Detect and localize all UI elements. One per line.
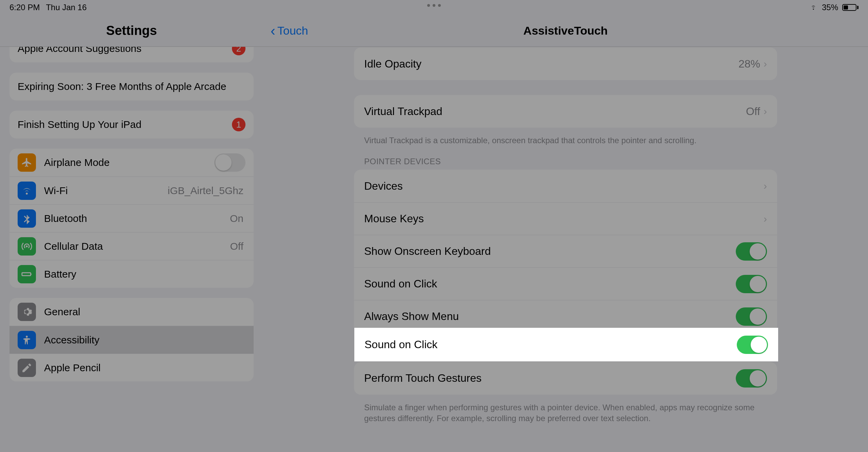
chevron-right-icon: › [764, 180, 767, 192]
bluetooth-icon [18, 209, 36, 228]
settings-sidebar[interactable]: Apple Account Suggestions 2 Expiring Soo… [0, 47, 263, 452]
back-button[interactable]: ‹ Touch [263, 24, 308, 38]
status-date: Thu Jan 16 [46, 3, 86, 12]
row-idle-opacity[interactable]: Idle Opacity 28% › [354, 48, 777, 80]
toggle-sound-on-click[interactable] [737, 336, 768, 354]
detail-pane[interactable]: Idle Opacity 28% › Virtual Trackpad Off … [263, 47, 868, 452]
cellular-icon [18, 237, 36, 256]
airplane-icon [18, 153, 36, 172]
detail-header: ‹ Touch AssistiveTouch [263, 15, 868, 47]
row-devices[interactable]: Devices › [354, 170, 777, 202]
footer-vtrack: Virtual Trackpad is a customizable, onsc… [364, 135, 767, 146]
sidebar-item-battery[interactable]: Battery [9, 260, 254, 288]
row-sound-on-click[interactable]: Sound on Click [354, 267, 777, 300]
page-title: AssistiveTouch [524, 24, 608, 37]
sidebar-item-wifi[interactable]: Wi-Fi iGB_Airtel_5Ghz [9, 176, 254, 204]
airplane-toggle[interactable] [214, 153, 245, 172]
toggle-sound-on-click[interactable] [736, 275, 767, 293]
badge: 1 [232, 118, 245, 131]
chevron-left-icon: ‹ [271, 24, 275, 38]
row-virtual-trackpad[interactable]: Virtual Trackpad Off › [354, 95, 777, 128]
sidebar-item-airplane[interactable]: Airplane Mode [9, 149, 254, 176]
back-label: Touch [277, 24, 308, 37]
wifi-value: iGB_Airtel_5Ghz [168, 185, 243, 196]
section-pointer-devices: POINTER DEVICES [364, 157, 767, 166]
bluetooth-value: On [230, 213, 243, 224]
battery-icon [842, 4, 859, 11]
wifi-icon [18, 182, 36, 200]
highlight-row[interactable]: Sound on Click [354, 328, 778, 361]
sidebar-item-general[interactable]: General [9, 298, 254, 326]
sidebar-header: Settings [0, 15, 263, 47]
svg-point-0 [26, 336, 28, 338]
battery-percent: 35% [822, 3, 838, 12]
sidebar-item-suggestions[interactable]: Apple Account Suggestions 2 [9, 47, 254, 62]
chevron-right-icon: › [764, 213, 767, 225]
chevron-right-icon: › [764, 58, 767, 70]
toggle-always-show-menu[interactable] [736, 307, 767, 326]
multitask-dots[interactable] [427, 4, 441, 7]
sidebar-item-arcade[interactable]: Expiring Soon: 3 Free Months of Apple Ar… [9, 73, 254, 100]
sidebar-item-accessibility[interactable]: Accessibility [9, 326, 254, 354]
gear-icon [18, 303, 36, 321]
row-perform-touch-gestures[interactable]: Perform Touch Gestures [354, 362, 777, 395]
status-time: 6:20 PM [9, 3, 40, 12]
status-bar: 6:20 PM Thu Jan 16 35% [0, 0, 868, 15]
accessibility-icon [18, 331, 36, 349]
row-mouse-keys[interactable]: Mouse Keys › [354, 202, 777, 235]
sidebar-item-cellular[interactable]: Cellular Data Off [9, 232, 254, 260]
pencil-icon [18, 359, 36, 377]
chevron-right-icon: › [764, 106, 767, 117]
sidebar-item-setup[interactable]: Finish Setting Up Your iPad 1 [9, 111, 254, 138]
row-show-onscreen-keyboard[interactable]: Show Onscreen Keyboard [354, 235, 777, 267]
toggle-onscreen-keyboard[interactable] [736, 242, 767, 261]
footer-touchgest: Simulate a finger when performing gestur… [364, 402, 767, 424]
sidebar-item-pencil[interactable]: Apple Pencil [9, 354, 254, 381]
sidebar-item-bluetooth[interactable]: Bluetooth On [9, 204, 254, 232]
toggle-touch-gestures[interactable] [736, 369, 767, 388]
wifi-icon [809, 4, 818, 11]
cellular-value: Off [230, 241, 243, 252]
battery-icon [18, 265, 36, 283]
settings-title: Settings [106, 23, 157, 38]
badge: 2 [232, 47, 245, 55]
